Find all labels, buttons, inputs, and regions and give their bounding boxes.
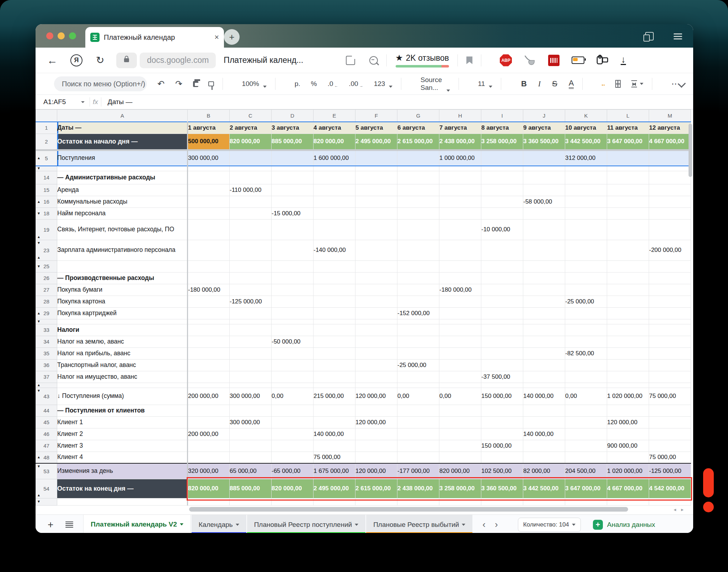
cell-K44[interactable] [565, 405, 607, 416]
cell-J26[interactable] [523, 272, 565, 284]
cell-I28[interactable] [481, 296, 523, 307]
cell-B18[interactable] [188, 207, 230, 219]
collapse-up-icon[interactable]: ▲ [37, 455, 41, 459]
cell-K32[interactable] [565, 319, 607, 324]
cell-I25[interactable] [481, 260, 523, 272]
cell-F1[interactable]: 5 августа [355, 122, 397, 134]
row-header-26[interactable]: 26 [36, 272, 57, 284]
cell-C45[interactable]: 300 000,00 [230, 416, 272, 428]
row-header-14[interactable]: 14 [36, 171, 57, 184]
cell-M19[interactable] [649, 219, 691, 240]
sheet-tab-2[interactable]: Календарь [192, 515, 246, 533]
cell-C14[interactable] [230, 171, 272, 184]
bold-button[interactable]: B [521, 79, 527, 88]
row-header-5[interactable]: 5▲ [36, 150, 57, 166]
cell-E45[interactable] [314, 416, 355, 428]
cell-D27[interactable] [272, 284, 314, 296]
cell-L27[interactable] [607, 284, 649, 296]
cell-K25[interactable] [565, 260, 607, 272]
cell-I19[interactable]: -10 000,00 [481, 219, 523, 240]
paint-format-button[interactable] [208, 81, 214, 86]
cell-F5[interactable] [355, 150, 397, 166]
cell-B25[interactable] [188, 260, 230, 272]
cell-K34[interactable] [565, 336, 607, 347]
cell-C46[interactable] [230, 428, 272, 440]
cell-D48[interactable] [272, 452, 314, 463]
cell-I23[interactable] [481, 240, 523, 260]
cell-A53[interactable]: Изменения за день [57, 463, 188, 479]
cell-M38[interactable] [649, 383, 691, 388]
reload-button[interactable]: ↻ [96, 54, 104, 66]
cell-E27[interactable] [314, 284, 355, 296]
cell-A44[interactable]: — Поступления от клиентов [57, 405, 188, 416]
cell-D44[interactable] [272, 405, 314, 416]
cell-F35[interactable] [355, 347, 397, 359]
row-header-38[interactable]: ▲ [36, 383, 57, 388]
cell-L18[interactable] [607, 207, 649, 219]
cell-J14[interactable] [523, 171, 565, 184]
cell-H45[interactable] [439, 416, 481, 428]
cell-B16[interactable] [188, 196, 230, 207]
cell-H13[interactable] [439, 166, 481, 171]
cell-B37[interactable] [188, 371, 230, 383]
pipe-extension-icon[interactable] [524, 55, 536, 66]
cell-D33[interactable] [272, 324, 314, 336]
cell-D54[interactable]: 820 000,00 [272, 479, 314, 498]
collapse-down-icon[interactable]: ▼ [37, 389, 41, 393]
cell-M5[interactable] [649, 150, 691, 166]
cell-F25[interactable] [355, 260, 397, 272]
row-header-47[interactable]: 47 [36, 440, 57, 452]
scroll-right-icon[interactable]: ▸ [681, 507, 684, 512]
cell-E35[interactable] [314, 347, 355, 359]
cell-G44[interactable] [397, 405, 439, 416]
cell-I34[interactable] [481, 336, 523, 347]
explore-button[interactable]: + Анализ данных [593, 520, 655, 530]
cell-A34[interactable]: Налог на землю, аванс [57, 336, 188, 347]
cell-M2[interactable]: 4 667 000,00 [649, 134, 691, 150]
chevron-down-icon[interactable] [355, 524, 358, 526]
cell-F37[interactable] [355, 371, 397, 383]
sheet-tab-4[interactable]: Плановые Реестр выбытий [366, 515, 472, 533]
cell-H27[interactable]: -180 000,00 [439, 284, 481, 296]
row-header-37[interactable]: 37 [36, 371, 57, 383]
cell-F47[interactable] [355, 440, 397, 452]
cell-G43[interactable]: 0,00 [397, 388, 439, 405]
cell-G26[interactable] [397, 272, 439, 284]
cell-L14[interactable] [607, 171, 649, 184]
cell-D23[interactable] [272, 240, 314, 260]
cell-J27[interactable] [523, 284, 565, 296]
cell-M18[interactable] [649, 207, 691, 219]
cell-D18[interactable]: -15 000,00 [272, 207, 314, 219]
cell-K33[interactable] [565, 324, 607, 336]
sheet-tab-3[interactable]: Плановый Реестр поступлений [247, 515, 365, 533]
cell-J46[interactable]: 140 000,00 [523, 428, 565, 440]
cell-C26[interactable] [230, 272, 272, 284]
cell-C19[interactable] [230, 219, 272, 240]
cell-H15[interactable] [439, 184, 481, 196]
cell-F32[interactable] [355, 319, 397, 324]
cell-G2[interactable]: 2 615 000,00 [397, 134, 439, 150]
cell-K29[interactable] [565, 307, 607, 319]
cell-G15[interactable] [397, 184, 439, 196]
row-header-2[interactable]: 2 [36, 134, 57, 150]
cell-C43[interactable]: 300 000,00 [230, 388, 272, 405]
cell-J48[interactable] [523, 452, 565, 463]
cell-M13[interactable] [649, 166, 691, 171]
cell-K35[interactable]: -82 500,00 [565, 347, 607, 359]
cell-J25[interactable] [523, 260, 565, 272]
cell-H53[interactable]: 820 000,00 [439, 463, 481, 479]
cell-L2[interactable]: 3 647 000,00 [607, 134, 649, 150]
row-header-25[interactable]: 25▼ [36, 260, 57, 272]
zoom-out-icon[interactable] [369, 56, 378, 65]
cell-J32[interactable] [523, 319, 565, 324]
cell-G5[interactable] [397, 150, 439, 166]
zoom-select[interactable]: 100% [242, 80, 267, 88]
cell-K27[interactable] [565, 284, 607, 296]
cell-J2[interactable]: 3 360 500,00 [523, 134, 565, 150]
cell-M14[interactable] [649, 171, 691, 184]
cell-G18[interactable] [397, 207, 439, 219]
row-header-19[interactable]: 19▲ [36, 219, 57, 240]
column-header-I[interactable]: I [481, 110, 523, 122]
cell-D34[interactable]: -50 000,00 [272, 336, 314, 347]
cell-K54[interactable]: 3 647 000,00 [565, 479, 607, 498]
